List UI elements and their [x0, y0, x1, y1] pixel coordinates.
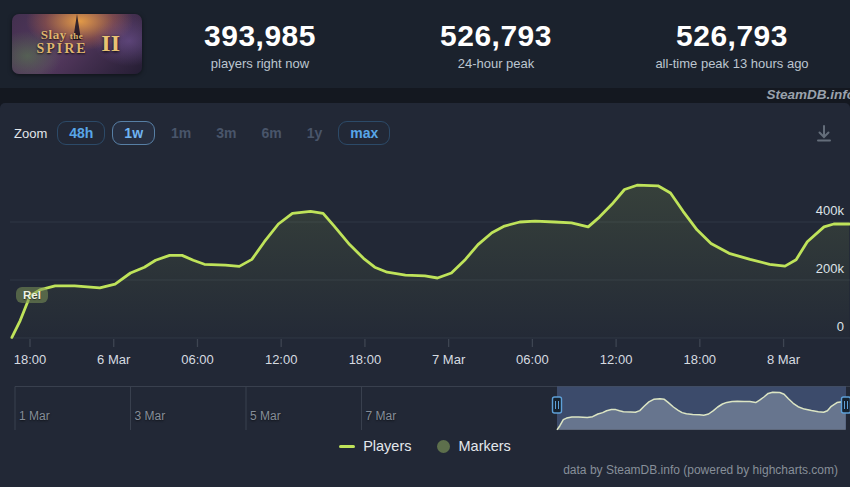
legend-item-players[interactable]: Players: [339, 438, 411, 454]
chart-credit: data by SteamDB.info (powered by highcha…: [563, 463, 838, 477]
plot-area[interactable]: [0, 153, 850, 398]
chart-legend: Players Markers: [0, 438, 850, 454]
game-logo: Slaythe SPIRE: [12, 28, 112, 56]
steamdb-chart-page: Slaythe SPIRE II 393,985 players right n…: [0, 0, 850, 487]
current-players-label: players right now: [211, 56, 309, 71]
24h-peak-label: 24-hour peak: [458, 56, 535, 71]
alltime-peak-label: all-time peak 13 hours ago: [655, 56, 808, 71]
24h-peak-value: 526,793: [440, 19, 552, 53]
legend-item-markers[interactable]: Markers: [437, 438, 510, 454]
navigator-track[interactable]: [0, 386, 850, 433]
chart-panel: Zoom 48h1w1m3m6m1ymax: [0, 103, 850, 487]
current-players-value: 393,985: [204, 19, 316, 53]
steamdb-watermark: SteamDB.info: [766, 88, 850, 102]
stat-current-players: 393,985 players right now: [142, 0, 378, 88]
player-stats: 393,985 players right now 526,793 24-hou…: [142, 0, 850, 88]
stats-header: Slaythe SPIRE II 393,985 players right n…: [0, 0, 850, 88]
game-logo-numeral: II: [101, 30, 120, 57]
watermark-strip: SteamDB.info: [0, 88, 850, 103]
players-line-swatch: [339, 445, 355, 448]
alltime-peak-value: 526,793: [676, 19, 788, 53]
game-capsule-image[interactable]: Slaythe SPIRE II: [12, 14, 142, 74]
stat-24h-peak: 526,793 24-hour peak: [378, 0, 614, 88]
markers-circle-swatch: [437, 440, 450, 453]
stat-alltime-peak: 526,793 all-time peak 13 hours ago: [614, 0, 850, 88]
